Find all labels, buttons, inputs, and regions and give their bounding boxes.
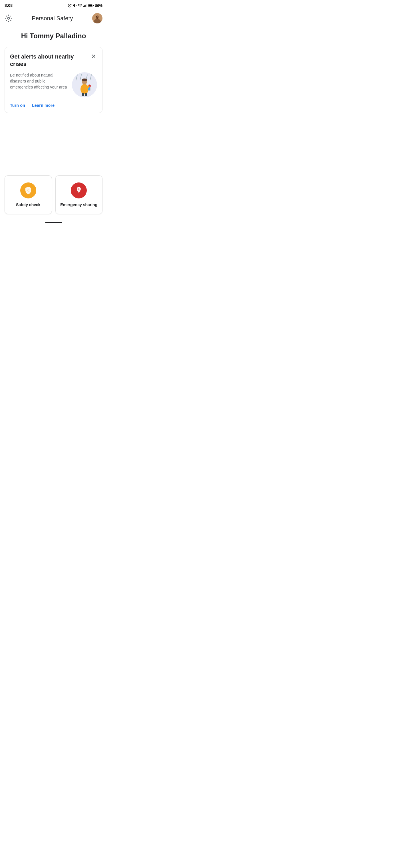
page-title: Personal Safety [32, 15, 73, 22]
avatar[interactable] [92, 13, 102, 23]
svg-rect-7 [89, 4, 92, 6]
turn-on-link[interactable]: Turn on [10, 103, 25, 107]
alert-card-header: Get alerts about nearby crises [10, 53, 97, 68]
safety-check-icon [24, 186, 33, 195]
alert-card: Get alerts about nearby crises Be notifi… [5, 47, 102, 113]
alert-card-description: Be notified about natural disasters and … [10, 72, 68, 90]
svg-line-19 [80, 74, 82, 80]
emergency-sharing-card[interactable]: Emergency sharing [55, 175, 103, 214]
bottom-indicator [45, 222, 62, 223]
status-bar: 8:08 89% [0, 0, 107, 10]
emergency-sharing-icon [74, 186, 83, 195]
person-illustration: ! [74, 73, 94, 96]
svg-point-22 [81, 84, 89, 94]
gear-icon [5, 14, 12, 22]
svg-rect-1 [74, 4, 75, 7]
alert-card-title: Get alerts about nearby crises [10, 53, 90, 68]
svg-point-14 [96, 16, 97, 17]
svg-point-13 [96, 17, 98, 19]
vibrate-icon [73, 3, 77, 8]
svg-text:!: ! [89, 85, 90, 87]
safety-check-icon-container [20, 182, 36, 198]
svg-point-8 [8, 18, 10, 20]
feature-cards-section: Safety check Emergency sharing [0, 171, 107, 219]
svg-rect-2 [83, 6, 84, 7]
svg-line-21 [90, 74, 92, 80]
signal-icon [83, 3, 87, 8]
svg-rect-4 [85, 5, 86, 7]
svg-rect-26 [85, 93, 87, 96]
learn-more-link[interactable]: Learn more [32, 103, 55, 107]
avatar-image [92, 13, 102, 23]
alert-illustration: ! [72, 72, 97, 97]
safety-check-card[interactable]: Safety check [5, 175, 52, 214]
alarm-icon [67, 3, 72, 8]
battery-percent: 89% [95, 3, 102, 8]
top-navigation: Personal Safety [0, 10, 107, 26]
svg-point-24 [82, 79, 87, 82]
emergency-sharing-label: Emergency sharing [60, 203, 97, 207]
svg-point-15 [98, 16, 98, 17]
emergency-sharing-icon-container [71, 182, 87, 198]
svg-rect-25 [82, 93, 84, 96]
greeting-text: Hi Tommy Palladino [0, 26, 107, 47]
svg-rect-5 [86, 4, 87, 7]
settings-button[interactable] [5, 14, 12, 22]
close-icon [91, 53, 96, 59]
battery-icon [88, 3, 94, 7]
alert-card-body: Be notified about natural disasters and … [10, 72, 97, 97]
svg-point-33 [78, 188, 80, 190]
status-time: 8:08 [5, 3, 12, 8]
alert-actions: Turn on Learn more [10, 103, 97, 107]
close-button[interactable] [90, 53, 97, 61]
safety-check-label: Safety check [16, 203, 40, 207]
wifi-icon [77, 3, 82, 8]
svg-rect-3 [84, 5, 85, 7]
status-icons: 89% [67, 3, 102, 8]
svg-line-18 [76, 75, 77, 81]
